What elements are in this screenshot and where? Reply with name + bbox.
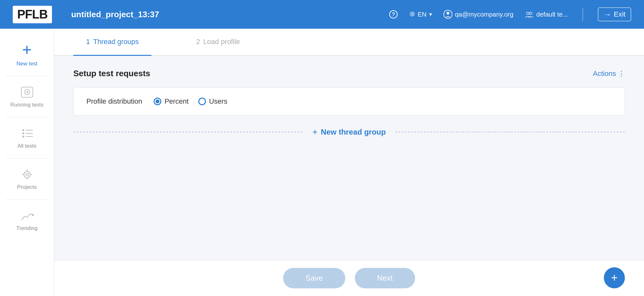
exit-button[interactable]: → Exit <box>598 7 631 21</box>
svg-point-10 <box>22 132 24 134</box>
section-title: Setup test requests <box>73 69 150 78</box>
sidebar-item-running-tests[interactable]: Running tests <box>0 80 54 113</box>
radio-percent-label: Percent <box>165 97 189 106</box>
svg-point-8 <box>22 129 24 131</box>
sidebar-item-projects[interactable]: Projects <box>0 162 54 196</box>
section-header: Setup test requests Actions ⋮ <box>73 69 625 78</box>
profile-distribution-options: Percent Users <box>154 97 227 106</box>
help-button[interactable]: ? <box>389 10 398 19</box>
radio-users-circle <box>198 98 206 105</box>
radio-users-label: Users <box>209 97 227 106</box>
dashed-line-left <box>73 132 303 132</box>
new-test-label: New test <box>16 61 37 67</box>
svg-point-16 <box>32 214 34 216</box>
page-content: Setup test requests Actions ⋮ Profile di… <box>54 56 644 260</box>
new-test-button[interactable]: + New test <box>0 36 54 72</box>
header: PFLB untitled_project_13:37 ? ❊ EN ▾ qa@… <box>0 0 644 29</box>
new-thread-group-row: + New thread group <box>73 127 625 137</box>
project-name: untitled_project_13:37 <box>71 10 389 19</box>
header-nav: ? ❊ EN ▾ qa@mycompany.org default te... <box>389 7 631 21</box>
svg-point-3 <box>447 12 450 15</box>
save-button[interactable]: Save <box>283 268 345 288</box>
svg-text:?: ? <box>392 12 395 17</box>
language-selector[interactable]: ❊ EN ▾ <box>409 10 432 18</box>
sidebar-item-trending-label: Trending <box>16 225 37 232</box>
team-selector[interactable]: default te... <box>525 10 568 19</box>
main-layout: + New test Running tests All tests <box>0 29 644 296</box>
svg-point-14 <box>24 171 30 178</box>
tab-load-profile-number: 2 <box>196 38 200 46</box>
new-thread-plus-icon: + <box>312 127 318 137</box>
sidebar: + New test Running tests All tests <box>0 29 54 296</box>
sidebar-divider-1 <box>5 76 48 76</box>
fab-add-button[interactable]: + <box>604 267 625 288</box>
new-test-plus-icon: + <box>22 41 32 58</box>
tab-thread-groups-label: Thread groups <box>93 38 139 46</box>
fab-plus-icon: + <box>611 271 618 285</box>
tabs: 1 Thread groups 2 Load profile <box>54 29 644 56</box>
svg-point-12 <box>22 136 24 137</box>
svg-point-4 <box>527 12 529 15</box>
sidebar-item-all-tests-label: All tests <box>18 143 37 149</box>
tab-load-profile[interactable]: 2 Load profile <box>183 29 252 56</box>
radio-users[interactable]: Users <box>198 97 227 106</box>
sidebar-item-trending[interactable]: Trending <box>0 204 54 237</box>
profile-distribution-label: Profile distribution <box>86 97 142 106</box>
sidebar-item-projects-label: Projects <box>17 184 37 190</box>
sidebar-divider-3 <box>5 158 48 159</box>
sidebar-divider-4 <box>5 199 48 200</box>
new-thread-group-label: New thread group <box>321 128 386 137</box>
next-button[interactable]: Next <box>355 268 415 288</box>
content: 1 Thread groups 2 Load profile Setup tes… <box>54 29 644 296</box>
dashed-line-right <box>395 132 625 132</box>
tab-thread-groups-number: 1 <box>86 38 90 46</box>
actions-button[interactable]: Actions ⋮ <box>593 70 625 78</box>
sidebar-item-running-tests-label: Running tests <box>11 102 44 108</box>
logo: PFLB <box>13 6 52 23</box>
tab-thread-groups[interactable]: 1 Thread groups <box>73 29 151 56</box>
new-thread-group-button[interactable]: + New thread group <box>303 127 395 137</box>
user-avatar[interactable]: qa@mycompany.org <box>443 10 513 19</box>
header-divider <box>582 8 583 21</box>
profile-distribution-card: Profile distribution Percent Users <box>73 87 625 115</box>
bottom-bar: Save Next + <box>54 260 644 296</box>
sidebar-divider-2 <box>5 117 48 117</box>
tab-load-profile-label: Load profile <box>203 38 240 46</box>
radio-percent-circle <box>154 98 161 105</box>
sidebar-item-all-tests[interactable]: All tests <box>0 121 54 154</box>
svg-point-15 <box>26 173 28 176</box>
svg-point-5 <box>530 12 532 15</box>
radio-percent[interactable]: Percent <box>154 97 189 106</box>
